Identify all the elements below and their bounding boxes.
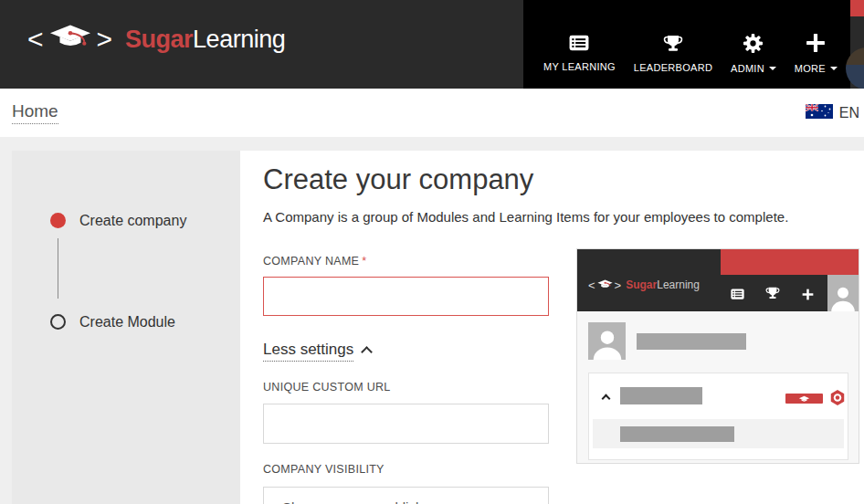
company-preview-card: < > SugarLearning bbox=[576, 248, 859, 464]
preview-company-summary bbox=[577, 311, 859, 373]
module-title-placeholder bbox=[620, 387, 702, 404]
step-connector-line bbox=[58, 238, 58, 299]
list-icon bbox=[569, 35, 589, 55]
graduation-cap-icon bbox=[597, 277, 613, 293]
nav-more[interactable]: MORE bbox=[795, 16, 838, 89]
chevron-down-icon bbox=[769, 67, 776, 70]
breadcrumb: Home EN bbox=[0, 89, 864, 137]
nav-label: ADMIN bbox=[731, 63, 764, 74]
nav-admin[interactable]: ADMIN bbox=[731, 16, 776, 89]
main-nav: MY LEARNING LEADERBOARD bbox=[523, 0, 850, 89]
preview-banner bbox=[721, 249, 859, 275]
sugarlearning-logo[interactable]: < > SugarLearning bbox=[27, 24, 285, 55]
trophy-icon bbox=[663, 35, 683, 56]
nav-my-learning[interactable]: MY LEARNING bbox=[543, 16, 616, 89]
plus-icon bbox=[802, 288, 814, 304]
hexagon-badge-icon bbox=[830, 390, 845, 409]
select-caret-icon bbox=[526, 500, 536, 504]
step-create-company[interactable]: Create company bbox=[79, 213, 186, 229]
page-subtitle: A Company is a group of Modules and Lear… bbox=[263, 209, 788, 225]
visibility-label: COMPANY VISIBILITY bbox=[263, 463, 385, 476]
learning-item-placeholder bbox=[620, 426, 734, 442]
wizard-stepper-sidebar: Create company Create Module bbox=[12, 151, 240, 504]
logo-text: SugarLearning bbox=[125, 26, 285, 54]
nav-label: MY LEARNING bbox=[543, 61, 616, 72]
chevron-up-icon[interactable] bbox=[361, 346, 373, 358]
preview-logo: < > SugarLearning bbox=[588, 277, 700, 293]
plus-icon bbox=[806, 33, 826, 57]
less-settings-link[interactable]: Less settings bbox=[263, 341, 353, 362]
breadcrumb-home-link[interactable]: Home bbox=[12, 101, 58, 124]
australia-flag-icon bbox=[806, 104, 833, 122]
learning-badge bbox=[785, 394, 823, 404]
visibility-select[interactable]: Show company publicly bbox=[263, 487, 549, 504]
nav-leaderboard[interactable]: LEADERBOARD bbox=[634, 16, 712, 89]
company-name-label: COMPANY NAME* bbox=[263, 255, 366, 268]
logo-angle-right: > bbox=[97, 26, 113, 53]
nav-label: MORE bbox=[795, 63, 826, 74]
company-name-input[interactable] bbox=[263, 277, 549, 316]
company-name-placeholder bbox=[637, 333, 746, 350]
page-title: Create your company bbox=[263, 163, 533, 196]
nav-label: LEADERBOARD bbox=[634, 62, 712, 73]
module-header-row bbox=[589, 373, 848, 419]
graduation-cap-icon bbox=[49, 24, 91, 55]
required-asterisk: * bbox=[362, 255, 366, 268]
preview-module-card bbox=[588, 373, 848, 460]
custom-url-label: UNIQUE CUSTOM URL bbox=[263, 381, 391, 394]
list-icon bbox=[731, 287, 744, 303]
trophy-icon bbox=[765, 287, 780, 303]
chevron-down-icon bbox=[830, 67, 838, 70]
step-indicator-inactive bbox=[50, 314, 66, 330]
preview-avatar-placeholder bbox=[827, 275, 859, 311]
main-content: Create your company A Company is a group… bbox=[240, 151, 864, 504]
preview-header: < > SugarLearning bbox=[577, 249, 859, 311]
language-selector[interactable]: EN bbox=[806, 104, 859, 122]
step-indicator-active bbox=[50, 213, 66, 228]
learning-item-row bbox=[593, 419, 844, 448]
custom-url-input[interactable] bbox=[263, 404, 549, 444]
visibility-selected-option: Show company publicly bbox=[282, 499, 426, 504]
gear-icon bbox=[743, 34, 763, 57]
app-header: < > SugarLearning SSW bbox=[0, 0, 864, 89]
company-logo-placeholder bbox=[588, 322, 626, 360]
language-label: EN bbox=[839, 105, 859, 121]
chevron-up-icon bbox=[602, 394, 611, 404]
logo-angle-left: < bbox=[27, 26, 44, 53]
step-create-module[interactable]: Create Module bbox=[79, 314, 175, 331]
